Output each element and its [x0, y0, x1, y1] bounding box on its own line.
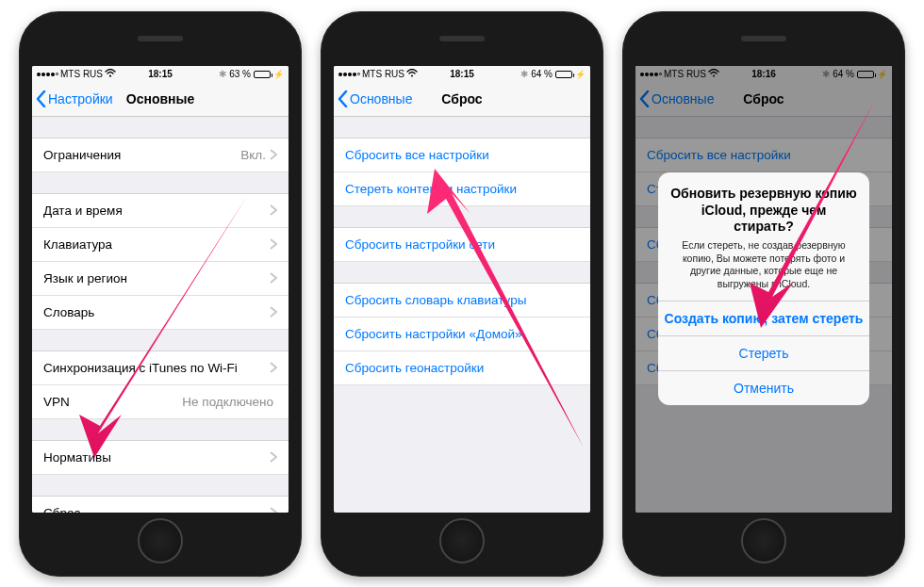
alert-button-cancel[interactable]: Отменить — [658, 370, 868, 405]
alert-button-label: Стереть — [739, 346, 789, 361]
cell-reset-home-layout[interactable]: Сбросить настройки «Домой» — [334, 318, 590, 351]
cell-reset-network[interactable]: Сбросить настройки сети — [334, 227, 590, 262]
cell-dictionary[interactable]: Словарь — [32, 296, 289, 330]
chevron-right-icon — [270, 362, 277, 373]
phone-frame-3: MTS RUS 18:16 ✱ 64 % ⚡ Основные Сброс — [622, 11, 905, 577]
nav-title: Сброс — [441, 91, 482, 106]
alert-button-backup-then-erase[interactable]: Создать копию, затем стереть — [658, 301, 868, 335]
chevron-right-icon — [270, 451, 277, 463]
back-button[interactable]: Настройки — [36, 90, 113, 107]
signal-icon — [37, 73, 58, 76]
cell-label: Синхронизация с iTunes по Wi-Fi — [43, 361, 238, 375]
cell-reset-keyboard-dict[interactable]: Сбросить словарь клавиатуры — [334, 283, 590, 318]
screen: MTS RUS 18:16 ✱ 64 % ⚡ Основные Сброс — [635, 66, 892, 513]
chevron-right-icon — [270, 507, 277, 513]
battery-icon — [555, 71, 572, 78]
charging-icon: ⚡ — [575, 70, 586, 79]
modal-overlay: Обновить резервную копию iCloud, прежде … — [635, 66, 892, 513]
signal-icon — [338, 73, 360, 76]
cell-label: Клавиатура — [43, 237, 112, 252]
cell-value: Не подключено — [182, 395, 273, 409]
cell-label: VPN — [43, 395, 70, 409]
cell-label: Ограничения — [43, 148, 121, 162]
cell-date-time[interactable]: Дата и время — [32, 193, 289, 228]
phone-frame-1: MTS RUS 18:15 ✱ 63 % ⚡ Настройки Основны… — [19, 11, 302, 577]
nav-title: Основные — [126, 91, 195, 106]
carrier-label: MTS RUS — [60, 69, 103, 79]
cell-label: Нормативы — [43, 450, 111, 465]
cell-label: Сбросить геонастройки — [345, 361, 484, 375]
cell-label: Словарь — [43, 305, 94, 319]
reset-list[interactable]: Сбросить все настройки Стереть контент и… — [334, 138, 590, 385]
alert-title: Обновить резервную копию iCloud, прежде … — [669, 186, 857, 236]
chevron-right-icon — [270, 306, 277, 318]
screen: MTS RUS 18:15 ✱ 63 % ⚡ Настройки Основны… — [32, 66, 289, 513]
alert-button-label: Отменить — [734, 381, 794, 396]
cell-label: Сбросить настройки «Домой» — [345, 327, 522, 341]
cell-keyboard[interactable]: Клавиатура — [32, 228, 289, 262]
alert-message: Если стереть, не создав резервную копию,… — [669, 239, 857, 291]
back-button[interactable]: Основные — [338, 90, 412, 107]
svg-point-1 — [411, 75, 413, 77]
general-list[interactable]: Ограничения Вкл. Дата и время Клавиатура… — [32, 138, 289, 513]
nav-bar: Основные Сброс — [334, 83, 590, 117]
bluetooth-icon: ✱ — [520, 69, 528, 79]
carrier-label: MTS RUS — [362, 69, 404, 79]
cell-vpn[interactable]: VPN Не подключено — [32, 385, 289, 419]
battery-icon — [254, 71, 271, 78]
charging-icon: ⚡ — [273, 70, 284, 79]
cell-label: Сбросить словарь клавиатуры — [345, 293, 526, 307]
cell-reset-location[interactable]: Сбросить геонастройки — [334, 351, 590, 385]
wifi-icon — [105, 69, 116, 79]
battery-pct: 64 % — [531, 69, 553, 79]
cell-label: Сброс — [43, 506, 80, 513]
cell-label: Дата и время — [43, 204, 123, 218]
cell-label: Язык и регион — [43, 271, 127, 285]
chevron-right-icon — [270, 272, 277, 284]
status-bar: MTS RUS 18:15 ✱ 63 % ⚡ — [32, 66, 289, 83]
cell-restrictions[interactable]: Ограничения Вкл. — [32, 138, 289, 172]
chevron-right-icon — [270, 238, 277, 250]
cell-reset-all-settings[interactable]: Сбросить все настройки — [334, 138, 590, 172]
cell-label: Сбросить все настройки — [345, 148, 489, 162]
back-label: Настройки — [48, 91, 113, 106]
battery-pct: 63 % — [229, 69, 251, 79]
cell-regulatory[interactable]: Нормативы — [32, 440, 289, 475]
wifi-icon — [406, 69, 418, 79]
alert-button-label: Создать копию, затем стереть — [665, 311, 864, 326]
cell-reset[interactable]: Сброс — [32, 496, 289, 513]
nav-bar: Настройки Основные — [32, 83, 289, 117]
chevron-right-icon — [270, 204, 277, 216]
back-label: Основные — [350, 91, 412, 106]
svg-point-0 — [109, 75, 111, 77]
clock: 18:15 — [450, 69, 474, 79]
alert-dialog: Обновить резервную копию iCloud, прежде … — [658, 172, 868, 404]
cell-erase-content[interactable]: Стереть контент и настройки — [334, 172, 590, 206]
cell-language-region[interactable]: Язык и регион — [32, 262, 289, 296]
cell-label: Стереть контент и настройки — [345, 182, 517, 196]
chevron-right-icon — [270, 149, 277, 160]
cell-value: Вкл. — [240, 148, 266, 162]
alert-button-erase[interactable]: Стереть — [658, 335, 868, 370]
status-bar: MTS RUS 18:15 ✱ 64 % ⚡ — [334, 66, 590, 83]
clock: 18:15 — [148, 69, 173, 79]
bluetooth-icon: ✱ — [219, 69, 226, 79]
cell-label: Сбросить настройки сети — [345, 237, 495, 252]
cell-itunes-sync[interactable]: Синхронизация с iTunes по Wi-Fi — [32, 351, 289, 385]
screen: MTS RUS 18:15 ✱ 64 % ⚡ Основные Сброс — [334, 66, 590, 513]
phone-frame-2: MTS RUS 18:15 ✱ 64 % ⚡ Основные Сброс — [321, 11, 603, 577]
